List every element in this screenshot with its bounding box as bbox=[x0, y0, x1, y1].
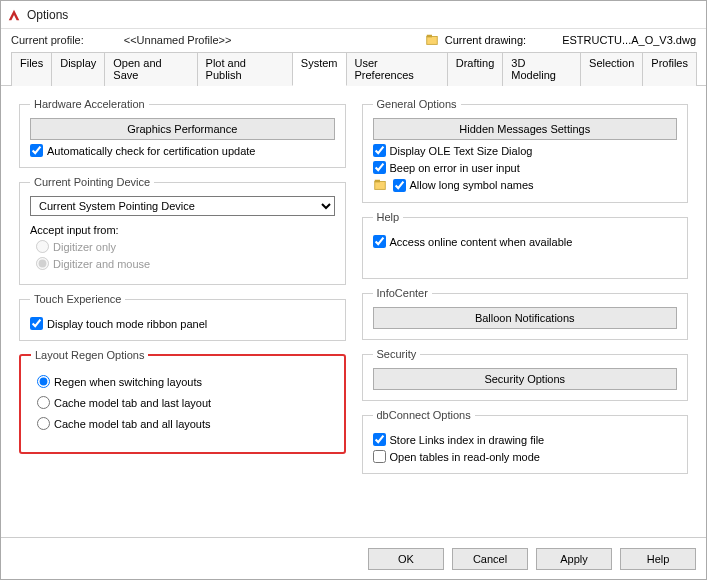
dialog-footer: OK Cancel Apply Help bbox=[1, 537, 706, 579]
tab-selection[interactable]: Selection bbox=[580, 52, 643, 86]
current-drawing-label: Current drawing: bbox=[445, 34, 526, 46]
current-drawing-value: ESTRUCTU...A_O_V3.dwg bbox=[562, 34, 696, 46]
group-pointing-device: Current Pointing Device Current System P… bbox=[19, 176, 346, 285]
ole-text-label: Display OLE Text Size Dialog bbox=[390, 145, 533, 157]
group-dbconnect: dbConnect Options Store Links index in d… bbox=[362, 409, 689, 474]
tab-plot-and-publish[interactable]: Plot and Publish bbox=[197, 52, 293, 86]
svg-rect-3 bbox=[427, 35, 432, 38]
legend-touch: Touch Experience bbox=[30, 293, 125, 305]
cache-all-label: Cache model tab and all layouts bbox=[54, 418, 211, 430]
digitizer-only-label: Digitizer only bbox=[53, 241, 116, 253]
regen-switching-radio[interactable] bbox=[37, 375, 50, 388]
group-hardware-acceleration: Hardware Acceleration Graphics Performan… bbox=[19, 98, 346, 168]
tab-files[interactable]: Files bbox=[11, 52, 52, 86]
titlebar: Options bbox=[1, 1, 706, 29]
readonly-tables-label: Open tables in read-only mode bbox=[390, 451, 540, 463]
current-profile-value: <<Unnamed Profile>> bbox=[124, 34, 232, 46]
legend-infocenter: InfoCenter bbox=[373, 287, 432, 299]
ole-text-check[interactable] bbox=[373, 144, 386, 157]
app-icon bbox=[7, 8, 21, 22]
legend-security: Security bbox=[373, 348, 421, 360]
group-touch-experience: Touch Experience Display touch mode ribb… bbox=[19, 293, 346, 341]
tab-3d-modeling[interactable]: 3D Modeling bbox=[502, 52, 581, 86]
apply-button[interactable]: Apply bbox=[536, 548, 612, 570]
legend-help: Help bbox=[373, 211, 404, 223]
left-column: Hardware Acceleration Graphics Performan… bbox=[11, 92, 354, 482]
beep-error-label: Beep on error in user input bbox=[390, 162, 520, 174]
long-symbol-check[interactable] bbox=[393, 179, 406, 192]
drawing-icon bbox=[373, 178, 387, 192]
readonly-tables-check[interactable] bbox=[373, 450, 386, 463]
current-profile-label: Current profile: bbox=[11, 34, 84, 46]
tab-content: Hardware Acceleration Graphics Performan… bbox=[1, 86, 706, 482]
cache-all-radio[interactable] bbox=[37, 417, 50, 430]
digitizer-mouse-label: Digitizer and mouse bbox=[53, 258, 150, 270]
svg-line-1 bbox=[695, 16, 700, 21]
profile-bar: Current profile: <<Unnamed Profile>> Cur… bbox=[1, 29, 706, 49]
tab-system[interactable]: System bbox=[292, 52, 347, 86]
svg-rect-5 bbox=[374, 180, 379, 183]
right-column: General Options Hidden Messages Settings… bbox=[354, 92, 697, 482]
drawing-icon bbox=[425, 33, 439, 47]
tab-open-and-save[interactable]: Open and Save bbox=[104, 52, 197, 86]
tab-drafting[interactable]: Drafting bbox=[447, 52, 504, 86]
digitizer-mouse-radio bbox=[36, 257, 49, 270]
accept-input-label: Accept input from: bbox=[30, 224, 335, 236]
tab-display[interactable]: Display bbox=[51, 52, 105, 86]
pointing-device-combo[interactable]: Current System Pointing Device bbox=[30, 196, 335, 216]
tab-user-preferences[interactable]: User Preferences bbox=[346, 52, 448, 86]
legend-layout: Layout Regen Options bbox=[31, 349, 148, 361]
group-help: Help Access online content when availabl… bbox=[362, 211, 689, 279]
legend-hardware: Hardware Acceleration bbox=[30, 98, 149, 110]
close-icon[interactable] bbox=[688, 9, 700, 21]
group-general-options: General Options Hidden Messages Settings… bbox=[362, 98, 689, 203]
legend-general: General Options bbox=[373, 98, 461, 110]
auto-cert-check[interactable] bbox=[30, 144, 43, 157]
store-links-check[interactable] bbox=[373, 433, 386, 446]
hidden-messages-button[interactable]: Hidden Messages Settings bbox=[373, 118, 678, 140]
touch-ribbon-label: Display touch mode ribbon panel bbox=[47, 318, 207, 330]
svg-rect-4 bbox=[374, 182, 385, 190]
legend-dbconnect: dbConnect Options bbox=[373, 409, 475, 421]
cancel-button[interactable]: Cancel bbox=[452, 548, 528, 570]
group-layout-regen: Layout Regen Options Regen when switchin… bbox=[19, 349, 346, 454]
touch-ribbon-check[interactable] bbox=[30, 317, 43, 330]
legend-pointing: Current Pointing Device bbox=[30, 176, 154, 188]
cache-last-radio[interactable] bbox=[37, 396, 50, 409]
store-links-label: Store Links index in drawing file bbox=[390, 434, 545, 446]
online-content-label: Access online content when available bbox=[390, 236, 573, 248]
graphics-performance-button[interactable]: Graphics Performance bbox=[30, 118, 335, 140]
group-security: Security Security Options bbox=[362, 348, 689, 401]
balloon-notifications-button[interactable]: Balloon Notifications bbox=[373, 307, 678, 329]
svg-line-0 bbox=[695, 16, 700, 21]
auto-cert-label: Automatically check for certification up… bbox=[47, 145, 256, 157]
group-infocenter: InfoCenter Balloon Notifications bbox=[362, 287, 689, 340]
security-options-button[interactable]: Security Options bbox=[373, 368, 678, 390]
tab-profiles[interactable]: Profiles bbox=[642, 52, 697, 86]
cache-last-label: Cache model tab and last layout bbox=[54, 397, 211, 409]
beep-error-check[interactable] bbox=[373, 161, 386, 174]
ok-button[interactable]: OK bbox=[368, 548, 444, 570]
window-title: Options bbox=[27, 8, 68, 22]
regen-switching-label: Regen when switching layouts bbox=[54, 376, 202, 388]
long-symbol-label: Allow long symbol names bbox=[410, 179, 534, 191]
svg-rect-2 bbox=[427, 37, 438, 45]
online-content-check[interactable] bbox=[373, 235, 386, 248]
help-button[interactable]: Help bbox=[620, 548, 696, 570]
tab-bar: FilesDisplayOpen and SavePlot and Publis… bbox=[1, 51, 706, 86]
digitizer-only-radio bbox=[36, 240, 49, 253]
